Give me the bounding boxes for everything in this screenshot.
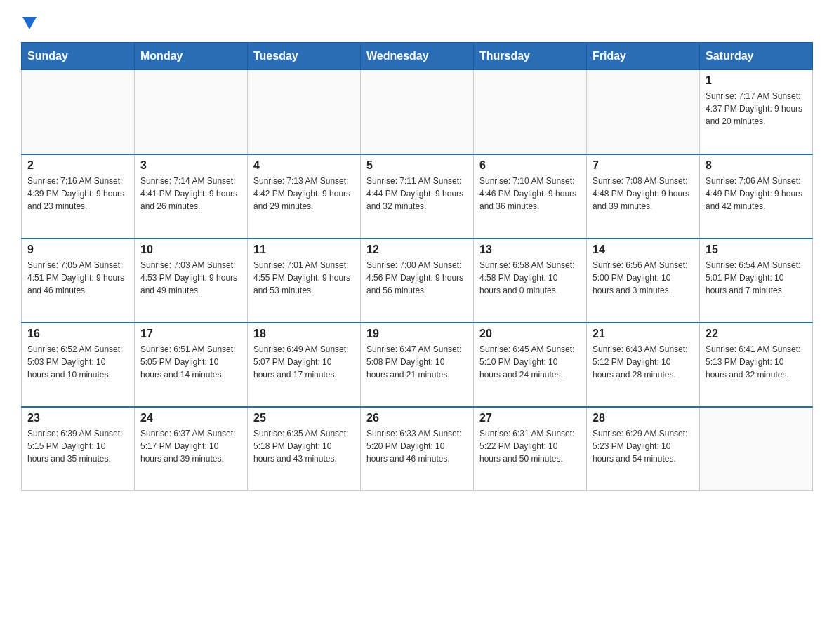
- day-number: 14: [593, 243, 694, 256]
- day-number: 6: [479, 159, 581, 172]
- day-info: Sunrise: 7:10 AM Sunset: 4:46 PM Dayligh…: [479, 175, 581, 213]
- calendar-day-cell: 8Sunrise: 7:06 AM Sunset: 4:49 PM Daylig…: [700, 154, 813, 239]
- day-info: Sunrise: 7:01 AM Sunset: 4:55 PM Dayligh…: [253, 259, 355, 297]
- day-info: Sunrise: 7:06 AM Sunset: 4:49 PM Dayligh…: [706, 175, 807, 213]
- calendar-day-cell: [135, 70, 248, 154]
- day-number: 7: [593, 159, 694, 172]
- calendar-day-cell: 19Sunrise: 6:47 AM Sunset: 5:08 PM Dayli…: [361, 323, 474, 407]
- day-number: 10: [140, 243, 241, 256]
- day-info: Sunrise: 6:33 AM Sunset: 5:20 PM Dayligh…: [366, 427, 468, 465]
- day-number: 11: [253, 243, 355, 256]
- day-number: 18: [253, 328, 355, 340]
- day-number: 4: [253, 159, 355, 172]
- day-info: Sunrise: 7:00 AM Sunset: 4:56 PM Dayligh…: [366, 259, 468, 297]
- calendar-day-cell: 6Sunrise: 7:10 AM Sunset: 4:46 PM Daylig…: [474, 154, 587, 239]
- day-info: Sunrise: 6:52 AM Sunset: 5:03 PM Dayligh…: [27, 343, 128, 381]
- calendar-header-row: SundayMondayTuesdayWednesdayThursdayFrid…: [22, 43, 813, 70]
- calendar-day-cell: [474, 70, 587, 154]
- calendar-day-cell: 1Sunrise: 7:17 AM Sunset: 4:37 PM Daylig…: [700, 70, 813, 154]
- calendar-day-cell: [587, 70, 700, 154]
- day-info: Sunrise: 6:51 AM Sunset: 5:05 PM Dayligh…: [140, 343, 241, 381]
- calendar-day-cell: 14Sunrise: 6:56 AM Sunset: 5:00 PM Dayli…: [587, 239, 700, 323]
- day-info: Sunrise: 7:11 AM Sunset: 4:44 PM Dayligh…: [366, 175, 468, 213]
- day-number: 26: [366, 412, 468, 424]
- day-number: 17: [140, 328, 241, 340]
- calendar-day-cell: 9Sunrise: 7:05 AM Sunset: 4:51 PM Daylig…: [22, 239, 135, 323]
- day-of-week-header: Friday: [587, 43, 700, 70]
- day-of-week-header: Wednesday: [361, 43, 474, 70]
- calendar-day-cell: 15Sunrise: 6:54 AM Sunset: 5:01 PM Dayli…: [700, 239, 813, 323]
- calendar-day-cell: 7Sunrise: 7:08 AM Sunset: 4:48 PM Daylig…: [587, 154, 700, 239]
- day-of-week-header: Tuesday: [248, 43, 361, 70]
- calendar-week-row: 1Sunrise: 7:17 AM Sunset: 4:37 PM Daylig…: [22, 70, 813, 154]
- day-info: Sunrise: 7:14 AM Sunset: 4:41 PM Dayligh…: [140, 175, 241, 213]
- day-number: 22: [706, 328, 807, 340]
- day-info: Sunrise: 7:17 AM Sunset: 4:37 PM Dayligh…: [706, 90, 807, 128]
- logo-triangle-icon: [22, 17, 37, 29]
- day-number: 9: [27, 243, 128, 256]
- day-info: Sunrise: 6:43 AM Sunset: 5:12 PM Dayligh…: [593, 343, 694, 381]
- day-info: Sunrise: 7:13 AM Sunset: 4:42 PM Dayligh…: [253, 175, 355, 213]
- day-info: Sunrise: 6:49 AM Sunset: 5:07 PM Dayligh…: [253, 343, 355, 381]
- day-number: 27: [479, 412, 581, 424]
- day-info: Sunrise: 6:47 AM Sunset: 5:08 PM Dayligh…: [366, 343, 468, 381]
- day-number: 5: [366, 159, 468, 172]
- day-info: Sunrise: 7:05 AM Sunset: 4:51 PM Dayligh…: [27, 259, 128, 297]
- day-info: Sunrise: 6:41 AM Sunset: 5:13 PM Dayligh…: [706, 343, 807, 381]
- day-number: 2: [27, 159, 128, 172]
- day-number: 8: [706, 159, 807, 172]
- calendar-day-cell: 26Sunrise: 6:33 AM Sunset: 5:20 PM Dayli…: [361, 407, 474, 491]
- calendar-day-cell: 20Sunrise: 6:45 AM Sunset: 5:10 PM Dayli…: [474, 323, 587, 407]
- day-info: Sunrise: 6:31 AM Sunset: 5:22 PM Dayligh…: [479, 427, 581, 465]
- calendar-day-cell: 12Sunrise: 7:00 AM Sunset: 4:56 PM Dayli…: [361, 239, 474, 323]
- page-header: [21, 14, 813, 28]
- day-number: 25: [253, 412, 355, 424]
- day-number: 13: [479, 243, 581, 256]
- calendar-day-cell: [361, 70, 474, 154]
- day-info: Sunrise: 6:35 AM Sunset: 5:18 PM Dayligh…: [253, 427, 355, 465]
- day-info: Sunrise: 7:03 AM Sunset: 4:53 PM Dayligh…: [140, 259, 241, 297]
- day-info: Sunrise: 6:37 AM Sunset: 5:17 PM Dayligh…: [140, 427, 241, 465]
- calendar-day-cell: 22Sunrise: 6:41 AM Sunset: 5:13 PM Dayli…: [700, 323, 813, 407]
- day-of-week-header: Monday: [135, 43, 248, 70]
- calendar-day-cell: 25Sunrise: 6:35 AM Sunset: 5:18 PM Dayli…: [248, 407, 361, 491]
- day-info: Sunrise: 6:58 AM Sunset: 4:58 PM Dayligh…: [479, 259, 581, 297]
- day-number: 16: [27, 328, 128, 340]
- day-number: 1: [706, 74, 807, 87]
- calendar-week-row: 23Sunrise: 6:39 AM Sunset: 5:15 PM Dayli…: [22, 407, 813, 491]
- calendar-day-cell: [700, 407, 813, 491]
- calendar-table: SundayMondayTuesdayWednesdayThursdayFrid…: [21, 42, 813, 491]
- calendar-day-cell: 23Sunrise: 6:39 AM Sunset: 5:15 PM Dayli…: [22, 407, 135, 491]
- day-info: Sunrise: 7:08 AM Sunset: 4:48 PM Dayligh…: [593, 175, 694, 213]
- calendar-week-row: 16Sunrise: 6:52 AM Sunset: 5:03 PM Dayli…: [22, 323, 813, 407]
- calendar-day-cell: 17Sunrise: 6:51 AM Sunset: 5:05 PM Dayli…: [135, 323, 248, 407]
- calendar-day-cell: 16Sunrise: 6:52 AM Sunset: 5:03 PM Dayli…: [22, 323, 135, 407]
- calendar-week-row: 2Sunrise: 7:16 AM Sunset: 4:39 PM Daylig…: [22, 154, 813, 239]
- day-number: 12: [366, 243, 468, 256]
- day-number: 3: [140, 159, 241, 172]
- calendar-day-cell: 18Sunrise: 6:49 AM Sunset: 5:07 PM Dayli…: [248, 323, 361, 407]
- day-of-week-header: Saturday: [700, 43, 813, 70]
- day-info: Sunrise: 6:54 AM Sunset: 5:01 PM Dayligh…: [706, 259, 807, 297]
- day-of-week-header: Thursday: [474, 43, 587, 70]
- day-of-week-header: Sunday: [22, 43, 135, 70]
- day-number: 23: [27, 412, 128, 424]
- calendar-day-cell: 2Sunrise: 7:16 AM Sunset: 4:39 PM Daylig…: [22, 154, 135, 239]
- calendar-day-cell: [248, 70, 361, 154]
- calendar-day-cell: 4Sunrise: 7:13 AM Sunset: 4:42 PM Daylig…: [248, 154, 361, 239]
- logo: [21, 14, 37, 28]
- calendar-day-cell: 5Sunrise: 7:11 AM Sunset: 4:44 PM Daylig…: [361, 154, 474, 239]
- calendar-week-row: 9Sunrise: 7:05 AM Sunset: 4:51 PM Daylig…: [22, 239, 813, 323]
- calendar-day-cell: [22, 70, 135, 154]
- day-info: Sunrise: 6:56 AM Sunset: 5:00 PM Dayligh…: [593, 259, 694, 297]
- day-info: Sunrise: 6:45 AM Sunset: 5:10 PM Dayligh…: [479, 343, 581, 381]
- day-number: 20: [479, 328, 581, 340]
- day-number: 28: [593, 412, 694, 424]
- day-info: Sunrise: 6:29 AM Sunset: 5:23 PM Dayligh…: [593, 427, 694, 465]
- day-number: 21: [593, 328, 694, 340]
- calendar-day-cell: 28Sunrise: 6:29 AM Sunset: 5:23 PM Dayli…: [587, 407, 700, 491]
- calendar-day-cell: 13Sunrise: 6:58 AM Sunset: 4:58 PM Dayli…: [474, 239, 587, 323]
- calendar-day-cell: 10Sunrise: 7:03 AM Sunset: 4:53 PM Dayli…: [135, 239, 248, 323]
- calendar-day-cell: 24Sunrise: 6:37 AM Sunset: 5:17 PM Dayli…: [135, 407, 248, 491]
- day-number: 19: [366, 328, 468, 340]
